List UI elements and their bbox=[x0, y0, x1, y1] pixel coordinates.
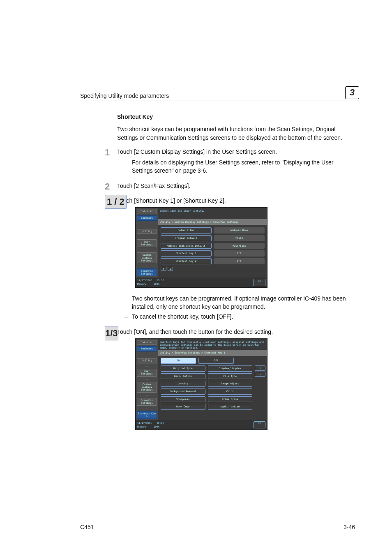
chevron-down-icon: ↓ bbox=[136, 248, 158, 251]
status-time: 15:58 bbox=[157, 421, 164, 424]
step-sub-text: For details on displaying the User Setti… bbox=[132, 158, 355, 175]
toggle-off-button[interactable]: OFF bbox=[198, 358, 234, 364]
step-sublist: – Two shortcut keys can be programmed. I… bbox=[125, 294, 355, 321]
page-footer: C451 3-46 bbox=[80, 521, 355, 530]
bookmark-tab[interactable]: Bookmark bbox=[137, 346, 157, 352]
status-mem: 100% bbox=[154, 282, 159, 285]
step-sub: – To cancel the shortcut key, touch [OFF… bbox=[125, 312, 355, 321]
step-sublist: – For details on displaying the User Set… bbox=[125, 158, 355, 175]
option-button[interactable]: Density bbox=[161, 381, 205, 387]
dash-icon: – bbox=[125, 158, 132, 175]
nav-item[interactable]: Custom Display Settings bbox=[137, 252, 157, 263]
step-sub: – Two shortcut keys can be programmed. I… bbox=[125, 294, 355, 311]
option-button[interactable]: Image Adjust bbox=[208, 381, 253, 387]
dash-icon: – bbox=[125, 294, 132, 311]
chapter-badge: 3 bbox=[345, 86, 359, 99]
option-button[interactable]: Sharpness bbox=[161, 396, 205, 402]
setting-button[interactable]: Address Book Index Default bbox=[161, 243, 212, 249]
job-list-tab[interactable]: Job List bbox=[137, 209, 157, 214]
status-mem: 100% bbox=[154, 425, 159, 428]
nav-item-current[interactable]: Shortcut Key 1 bbox=[137, 411, 157, 419]
chevron-down-icon: ↓ bbox=[136, 407, 158, 410]
setting-value: Favorites bbox=[214, 243, 265, 249]
status-bar: 11/17/2006 15:58 Memory 100% OK bbox=[136, 420, 267, 430]
option-button[interactable]: Book Copy bbox=[161, 404, 205, 410]
status-bar: 11/17/2006 15:56 Memory 100% OK bbox=[136, 278, 267, 287]
step: 3 Touch [Shortcut Key 1] or [Shortcut Ke… bbox=[117, 197, 355, 321]
embedded-screenshot: Job List Bookmark Utility ↓ User Setting… bbox=[135, 338, 355, 430]
breadcrumb: Utility > Scan/Fax Settings > Shortcut K… bbox=[158, 350, 267, 356]
page-up-button[interactable]: ↑ bbox=[255, 365, 265, 371]
device-screen: Job List Bookmark Utility ↓ User Setting… bbox=[135, 207, 267, 287]
chevron-down-icon: ↓ bbox=[136, 235, 158, 238]
step-list: 1 Touch [2 Custom Display Settings] in t… bbox=[117, 148, 355, 430]
job-list-tab[interactable]: Job List bbox=[137, 340, 157, 345]
step-number: 2 bbox=[105, 180, 110, 193]
page: Specifying Utility mode parameters 3 Sho… bbox=[0, 0, 392, 555]
setting-button[interactable]: Program Default bbox=[161, 235, 212, 241]
option-button[interactable]: Simplex/ Duplex bbox=[208, 365, 253, 372]
dash-icon: – bbox=[125, 312, 132, 321]
running-header: Specifying Utility mode parameters 3 bbox=[80, 86, 359, 100]
step-number: 1 bbox=[105, 146, 110, 159]
section-intro: Two shortcut keys can be programmed with… bbox=[117, 125, 355, 142]
step: 4 Touch [ON], and then touch the button … bbox=[117, 328, 355, 430]
page-down-button[interactable]: ↓ bbox=[255, 372, 265, 377]
side-panel: Job List Bookmark Utility ↓ User Setting… bbox=[136, 208, 158, 278]
page-up-button[interactable]: ↑ bbox=[161, 267, 166, 271]
option-button[interactable]: Reso- lution bbox=[161, 373, 205, 379]
chevron-down-icon: ↓ bbox=[136, 394, 158, 397]
toggle-on-button[interactable]: ON bbox=[161, 358, 196, 364]
section-heading: Shortcut Key bbox=[117, 113, 355, 121]
nav-item-current[interactable]: Scan/Fax Settings bbox=[137, 268, 157, 276]
step-text: Touch [2 Custom Display Settings] in the… bbox=[117, 148, 277, 155]
page-indicator: 1 / 2 bbox=[105, 195, 127, 209]
setting-button[interactable]: Shortcut Key 1 bbox=[161, 250, 212, 257]
step: 1 Touch [2 Custom Display Settings] in t… bbox=[117, 148, 355, 175]
status-date: 11/17/2006 bbox=[137, 279, 152, 282]
step: 2 Touch [2 Scan/Fax Settings]. bbox=[117, 182, 355, 190]
option-button[interactable]: Color bbox=[208, 388, 253, 395]
breadcrumb: Utility > Custom Display Settings > Scan… bbox=[158, 219, 267, 225]
option-button[interactable]: Background Removal bbox=[161, 388, 205, 395]
bookmark-tab[interactable]: Bookmark bbox=[137, 215, 157, 221]
step-sub-text: To cancel the shortcut key, touch [OFF]. bbox=[132, 312, 233, 321]
nav-item[interactable]: Utility bbox=[137, 229, 157, 234]
step-sub-text: Two shortcut keys can be programmed. If … bbox=[132, 294, 355, 311]
step-text: Touch [ON], and then touch the button fo… bbox=[117, 328, 273, 335]
side-panel: Job List Bookmark Utility ↓ User Setting… bbox=[136, 339, 158, 420]
chevron-down-icon: ↓ bbox=[136, 365, 158, 368]
status-date: 11/17/2006 bbox=[137, 421, 152, 424]
nav-item[interactable]: User Settings bbox=[137, 239, 157, 247]
setting-button[interactable]: Shortcut Key 2 bbox=[161, 258, 212, 264]
status-mem-label: Memory bbox=[137, 425, 146, 428]
option-button[interactable]: Appli- cation bbox=[208, 404, 253, 410]
option-button[interactable]: Frame Erase bbox=[208, 396, 253, 402]
option-button[interactable]: Original Type bbox=[161, 365, 205, 372]
pager: ↑ 1 / 2 ↓ bbox=[158, 265, 267, 273]
setting-value: OFF bbox=[214, 250, 265, 257]
page-indicator: 1/3 bbox=[105, 326, 118, 341]
device-screen: Job List Bookmark Utility ↓ User Setting… bbox=[135, 338, 267, 430]
page-down-button[interactable]: ↓ bbox=[168, 267, 173, 271]
step-text: Touch [Shortcut Key 1] or [Shortcut Key … bbox=[117, 197, 226, 204]
setting-value: OFF bbox=[214, 258, 265, 264]
setting-value: PAGE1 bbox=[214, 235, 265, 241]
embedded-screenshot: Job List Bookmark Utility ↓ User Setting… bbox=[135, 207, 355, 287]
nav-item[interactable]: Scan/Fax Settings bbox=[137, 398, 157, 406]
step-sub: – For details on displaying the User Set… bbox=[125, 158, 355, 175]
status-time: 15:56 bbox=[157, 279, 164, 282]
ok-button[interactable]: OK bbox=[254, 279, 265, 286]
running-title: Specifying Utility mode parameters bbox=[80, 92, 169, 99]
setting-value: Address Book bbox=[214, 227, 265, 234]
footer-model: C451 bbox=[80, 524, 94, 530]
footer-page: 3-46 bbox=[344, 524, 355, 530]
setting-button[interactable]: Default Tab bbox=[161, 227, 212, 234]
option-button[interactable]: File Type bbox=[208, 373, 253, 379]
ok-button[interactable]: OK bbox=[254, 421, 265, 428]
nav-item[interactable]: User Settings bbox=[137, 369, 157, 377]
help-text: Shortcut keys for frequently used scan s… bbox=[158, 339, 267, 350]
nav-item[interactable]: Custom Display Settings bbox=[137, 382, 157, 393]
nav-item[interactable]: Utility bbox=[137, 358, 157, 363]
body-content: Shortcut Key Two shortcut keys can be pr… bbox=[117, 113, 355, 430]
